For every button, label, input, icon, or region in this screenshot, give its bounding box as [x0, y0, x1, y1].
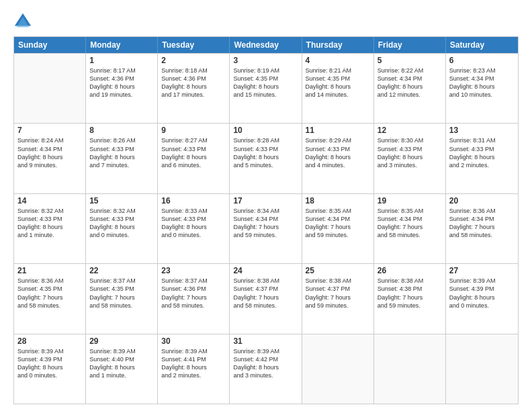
- cell-line: Daylight: 8 hours: [306, 83, 370, 91]
- cal-cell: 31Sunrise: 8:39 AMSunset: 4:42 PMDayligh…: [230, 334, 302, 404]
- cell-line: Sunrise: 8:39 AM: [449, 277, 515, 285]
- cell-line: Sunset: 4:34 PM: [306, 215, 370, 223]
- cell-line: Daylight: 7 hours: [378, 223, 442, 231]
- cell-line: Sunrise: 8:39 AM: [89, 347, 154, 355]
- cal-cell: 12Sunrise: 8:30 AMSunset: 4:33 PMDayligh…: [374, 124, 446, 193]
- cell-line: Sunset: 4:38 PM: [378, 285, 442, 293]
- cell-line: Sunset: 4:34 PM: [449, 215, 515, 223]
- cell-line: Sunset: 4:35 PM: [89, 285, 154, 293]
- cell-line: Sunrise: 8:19 AM: [233, 66, 298, 75]
- cell-line: and 0 minutes.: [449, 302, 515, 310]
- cal-cell: 27Sunrise: 8:39 AMSunset: 4:39 PMDayligh…: [446, 264, 518, 333]
- day-number: 25: [306, 266, 370, 275]
- cell-line: Sunrise: 8:29 AM: [306, 136, 370, 144]
- cell-line: and 1 minute.: [89, 371, 154, 379]
- logo: [13, 12, 35, 31]
- cell-line: Sunrise: 8:31 AM: [449, 136, 515, 144]
- day-number: 21: [17, 266, 82, 275]
- cell-line: and 14 minutes.: [306, 91, 370, 99]
- cell-line: Daylight: 8 hours: [161, 363, 226, 371]
- cell-line: Daylight: 8 hours: [449, 293, 515, 302]
- cal-cell: 13Sunrise: 8:31 AMSunset: 4:33 PMDayligh…: [446, 124, 518, 193]
- cell-line: and 2 minutes.: [449, 161, 515, 169]
- day-number: 15: [89, 196, 154, 205]
- cell-line: Sunset: 4:33 PM: [233, 145, 298, 153]
- cell-line: Daylight: 8 hours: [233, 153, 298, 161]
- cell-line: and 0 minutes.: [17, 371, 82, 379]
- day-number: 22: [89, 266, 154, 275]
- cell-line: Sunrise: 8:36 AM: [17, 277, 82, 285]
- cal-cell: 1Sunrise: 8:17 AMSunset: 4:36 PMDaylight…: [86, 54, 158, 123]
- cell-line: Sunset: 4:39 PM: [17, 355, 82, 363]
- cell-line: Daylight: 8 hours: [449, 83, 515, 91]
- cell-line: Sunset: 4:34 PM: [17, 145, 82, 153]
- cal-cell: 30Sunrise: 8:39 AMSunset: 4:41 PMDayligh…: [158, 334, 230, 404]
- cell-line: Sunset: 4:35 PM: [233, 75, 298, 83]
- day-number: 3: [233, 56, 298, 65]
- cell-line: and 12 minutes.: [378, 91, 442, 99]
- cal-cell: [14, 54, 86, 123]
- cell-line: Sunrise: 8:22 AM: [378, 66, 442, 75]
- day-number: 2: [161, 56, 226, 65]
- cell-line: and 59 minutes.: [306, 302, 370, 310]
- cell-line: Sunrise: 8:24 AM: [17, 136, 82, 144]
- day-number: 19: [378, 196, 442, 205]
- cell-line: and 19 minutes.: [89, 91, 154, 99]
- cal-cell: 21Sunrise: 8:36 AMSunset: 4:35 PMDayligh…: [14, 264, 86, 333]
- cell-line: Sunset: 4:36 PM: [89, 75, 154, 83]
- cell-line: Sunrise: 8:26 AM: [89, 136, 154, 144]
- cal-cell: 14Sunrise: 8:32 AMSunset: 4:33 PMDayligh…: [14, 194, 86, 263]
- cal-cell: 4Sunrise: 8:21 AMSunset: 4:35 PMDaylight…: [302, 54, 374, 123]
- cell-line: Daylight: 8 hours: [161, 153, 226, 161]
- cell-line: Sunset: 4:37 PM: [233, 285, 298, 293]
- cell-line: and 1 minute.: [17, 231, 82, 239]
- cell-line: Daylight: 8 hours: [89, 223, 154, 231]
- day-number: 11: [306, 126, 370, 135]
- cell-line: Daylight: 7 hours: [89, 293, 154, 302]
- calendar-body: 1Sunrise: 8:17 AMSunset: 4:36 PMDaylight…: [14, 53, 518, 404]
- cell-line: and 3 minutes.: [378, 161, 442, 169]
- cell-line: Daylight: 8 hours: [89, 83, 154, 91]
- cell-line: Sunset: 4:33 PM: [449, 145, 515, 153]
- cell-line: Sunset: 4:34 PM: [449, 75, 515, 83]
- cell-line: Sunrise: 8:34 AM: [233, 207, 298, 215]
- cell-line: Daylight: 7 hours: [378, 293, 442, 302]
- cell-line: Daylight: 8 hours: [233, 83, 298, 91]
- day-number: 30: [161, 336, 226, 346]
- day-number: 12: [378, 126, 442, 135]
- cal-cell: 19Sunrise: 8:35 AMSunset: 4:34 PMDayligh…: [374, 194, 446, 263]
- page: SundayMondayTuesdayWednesdayThursdayFrid…: [0, 0, 532, 411]
- cal-cell: 29Sunrise: 8:39 AMSunset: 4:40 PMDayligh…: [86, 334, 158, 404]
- cal-cell: 7Sunrise: 8:24 AMSunset: 4:34 PMDaylight…: [14, 124, 86, 193]
- cal-header-monday: Monday: [86, 37, 158, 53]
- day-number: 31: [233, 336, 298, 346]
- cell-line: Sunrise: 8:36 AM: [449, 207, 515, 215]
- cell-line: Daylight: 8 hours: [89, 363, 154, 371]
- cell-line: Sunset: 4:35 PM: [17, 285, 82, 293]
- cal-cell: 5Sunrise: 8:22 AMSunset: 4:34 PMDaylight…: [374, 54, 446, 123]
- cal-cell: 6Sunrise: 8:23 AMSunset: 4:34 PMDaylight…: [446, 54, 518, 123]
- day-number: 8: [89, 126, 154, 135]
- cell-line: Sunset: 4:33 PM: [89, 215, 154, 223]
- day-number: 18: [306, 196, 370, 205]
- cell-line: Sunrise: 8:39 AM: [233, 347, 298, 355]
- cell-line: Daylight: 7 hours: [306, 223, 370, 231]
- cell-line: Sunset: 4:36 PM: [161, 75, 226, 83]
- cell-line: Sunrise: 8:28 AM: [233, 136, 298, 144]
- cell-line: Sunrise: 8:27 AM: [161, 136, 226, 144]
- cell-line: and 0 minutes.: [89, 231, 154, 239]
- cell-line: Daylight: 8 hours: [161, 83, 226, 91]
- cal-week-3: 21Sunrise: 8:36 AMSunset: 4:35 PMDayligh…: [14, 263, 518, 333]
- cell-line: Daylight: 7 hours: [449, 223, 515, 231]
- cal-cell: [374, 334, 446, 404]
- cal-week-4: 28Sunrise: 8:39 AMSunset: 4:39 PMDayligh…: [14, 334, 518, 404]
- cell-line: Daylight: 8 hours: [378, 83, 442, 91]
- cal-cell: 16Sunrise: 8:33 AMSunset: 4:33 PMDayligh…: [158, 194, 230, 263]
- cell-line: and 9 minutes.: [17, 161, 82, 169]
- day-number: 4: [306, 56, 370, 65]
- cell-line: and 15 minutes.: [233, 91, 298, 99]
- cell-line: and 4 minutes.: [306, 161, 370, 169]
- cell-line: Sunrise: 8:35 AM: [306, 207, 370, 215]
- cell-line: Sunset: 4:36 PM: [161, 285, 226, 293]
- cell-line: Sunrise: 8:39 AM: [161, 347, 226, 355]
